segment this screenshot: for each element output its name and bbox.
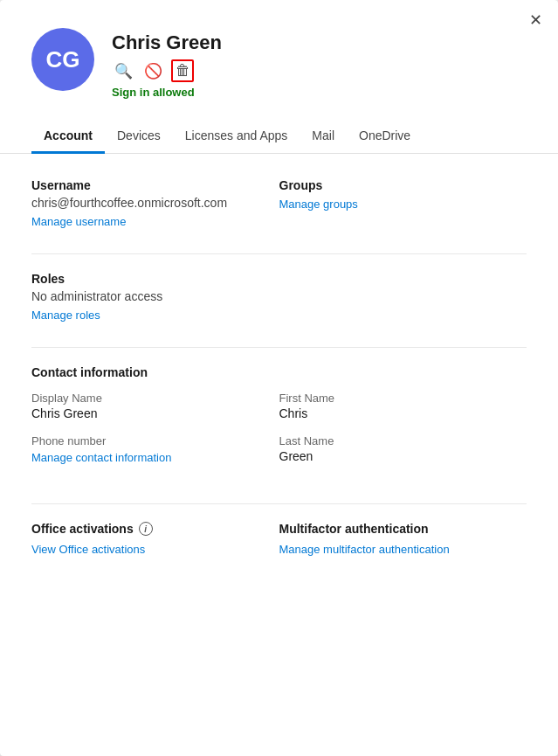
- username-value: chris@fourthcoffee.onmicrosoft.com: [31, 196, 279, 210]
- manage-username-link[interactable]: Manage username: [31, 215, 126, 228]
- username-groups-section: Username chris@fourthcoffee.onmicrosoft.…: [31, 178, 527, 229]
- first-name-label: First Name: [279, 392, 527, 405]
- contact-section: Contact information Display Name Chris G…: [31, 365, 527, 479]
- manage-mfa-link[interactable]: Manage multifactor authentication: [279, 543, 450, 556]
- tab-content: Username chris@fourthcoffee.onmicrosoft.…: [0, 154, 558, 585]
- header-info: Chris Green 🔍 🚫 🗑 Sign in allowed: [112, 28, 222, 99]
- office-col: Office activations i View Office activat…: [31, 522, 279, 557]
- roles-value: No administrator access: [31, 289, 527, 303]
- info-icon: i: [139, 522, 153, 536]
- phone-field: Phone number Manage contact information: [31, 434, 279, 465]
- block-user-icon[interactable]: 🚫: [141, 59, 164, 82]
- tab-account[interactable]: Account: [31, 120, 105, 154]
- contact-right-col: First Name Chris Last Name Green: [279, 392, 527, 479]
- avatar: CG: [31, 28, 94, 91]
- divider-1: [31, 253, 527, 254]
- office-mfa-section: Office activations i View Office activat…: [31, 522, 527, 557]
- mfa-label: Multifactor authentication: [279, 522, 527, 536]
- groups-label: Groups: [279, 178, 527, 192]
- last-name-value: Green: [279, 449, 527, 463]
- divider-3: [31, 503, 527, 504]
- groups-col: Groups Manage groups: [279, 178, 527, 229]
- tab-mail[interactable]: Mail: [300, 120, 347, 154]
- search-user-icon[interactable]: 🔍: [112, 59, 134, 82]
- manage-roles-link[interactable]: Manage roles: [31, 309, 100, 322]
- display-name-field: Display Name Chris Green: [31, 392, 279, 420]
- username-label: Username: [31, 178, 279, 192]
- tab-bar: Account Devices Licenses and Apps Mail O…: [0, 120, 558, 154]
- close-button[interactable]: ✕: [529, 12, 542, 28]
- display-name-label: Display Name: [31, 392, 279, 405]
- view-office-activations-link[interactable]: View Office activations: [31, 543, 145, 556]
- user-name: Chris Green: [112, 31, 222, 54]
- first-name-field: First Name Chris: [279, 392, 527, 420]
- display-name-value: Chris Green: [31, 406, 279, 420]
- user-detail-dialog: ✕ CG Chris Green 🔍 🚫 🗑 Sign in allowed A…: [0, 0, 558, 756]
- manage-contact-link[interactable]: Manage contact information: [31, 451, 171, 464]
- last-name-field: Last Name Green: [279, 434, 527, 463]
- contact-left-col: Display Name Chris Green Phone number Ma…: [31, 392, 279, 479]
- header-actions: 🔍 🚫 🗑: [112, 59, 222, 82]
- phone-label: Phone number: [31, 434, 279, 447]
- username-col: Username chris@fourthcoffee.onmicrosoft.…: [31, 178, 279, 229]
- roles-section: Roles No administrator access Manage rol…: [31, 272, 527, 323]
- roles-label: Roles: [31, 272, 527, 286]
- tab-licenses[interactable]: Licenses and Apps: [173, 120, 300, 154]
- contact-title: Contact information: [31, 365, 527, 379]
- sign-in-status: Sign in allowed: [112, 86, 222, 99]
- tab-onedrive[interactable]: OneDrive: [347, 120, 423, 154]
- divider-2: [31, 347, 527, 348]
- dialog-header: CG Chris Green 🔍 🚫 🗑 Sign in allowed: [0, 0, 558, 99]
- mfa-col: Multifactor authentication Manage multif…: [279, 522, 527, 557]
- manage-groups-link[interactable]: Manage groups: [279, 198, 358, 211]
- delete-user-icon[interactable]: 🗑: [171, 59, 194, 82]
- tab-devices[interactable]: Devices: [105, 120, 173, 154]
- first-name-value: Chris: [279, 406, 527, 420]
- last-name-label: Last Name: [279, 434, 527, 447]
- office-label: Office activations i: [31, 522, 279, 536]
